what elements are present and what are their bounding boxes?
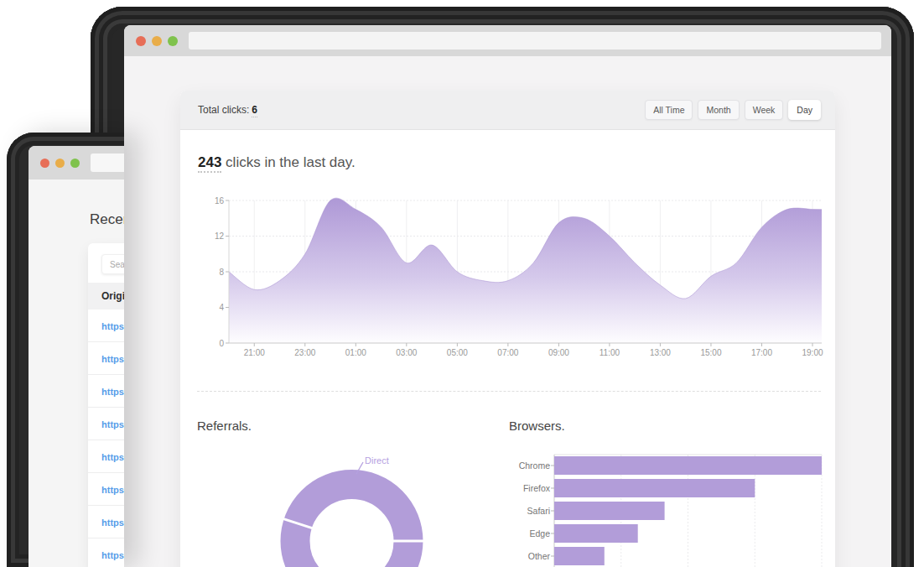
front-browser-chrome bbox=[124, 25, 891, 56]
referrals-donut-chart: Direct bbox=[274, 442, 433, 567]
analytics-card: Total clicks:6 All TimeMonthWeekDay 243 … bbox=[180, 91, 835, 567]
original-url-link[interactable]: https:// bbox=[101, 452, 124, 462]
svg-text:Chrome: Chrome bbox=[519, 460, 551, 471]
original-url-link[interactable]: https:// bbox=[101, 518, 124, 528]
table-row: https:// bbox=[88, 473, 124, 506]
svg-text:09:00: 09:00 bbox=[548, 348, 569, 357]
table-row: https:// bbox=[88, 342, 124, 375]
svg-text:21:00: 21:00 bbox=[244, 348, 265, 357]
traffic-light-minimize[interactable] bbox=[152, 36, 162, 46]
browsers-title: Browsers. bbox=[509, 419, 565, 433]
clicks-headline: 243 clicks in the last day. bbox=[198, 154, 356, 171]
svg-text:17:00: 17:00 bbox=[751, 348, 772, 357]
back-browser: Recent Original https://https://https://… bbox=[29, 146, 124, 567]
table-row: https:// bbox=[88, 440, 124, 473]
clicks-area-chart: 048121621:0023:0001:0003:0005:0007:0009:… bbox=[212, 194, 824, 362]
original-url-link[interactable]: https:// bbox=[101, 550, 124, 560]
traffic-lights bbox=[136, 36, 178, 46]
section-divider bbox=[197, 391, 821, 392]
svg-text:16: 16 bbox=[215, 196, 225, 205]
url-bar[interactable] bbox=[91, 153, 124, 172]
back-browser-frame: Recent Original https://https://https://… bbox=[7, 133, 124, 567]
range-buttons: All TimeMonthWeekDay bbox=[645, 100, 821, 120]
svg-text:15:00: 15:00 bbox=[700, 348, 721, 357]
svg-text:Direct: Direct bbox=[365, 455, 389, 466]
svg-text:11:00: 11:00 bbox=[600, 348, 620, 357]
traffic-lights bbox=[40, 159, 80, 168]
svg-text:8: 8 bbox=[219, 268, 224, 277]
traffic-light-zoom[interactable] bbox=[168, 36, 178, 46]
front-browser: Total clicks:6 All TimeMonthWeekDay 243 … bbox=[124, 25, 891, 567]
total-clicks-label: Total clicks: bbox=[198, 104, 249, 116]
svg-text:05:00: 05:00 bbox=[447, 348, 468, 357]
back-browser-window: Recent Original https://https://https://… bbox=[7, 133, 124, 567]
svg-text:12: 12 bbox=[215, 231, 225, 241]
links-table-rows: https://https://https://https://https://… bbox=[88, 310, 124, 567]
traffic-light-close[interactable] bbox=[136, 36, 146, 46]
svg-text:01:00: 01:00 bbox=[345, 348, 366, 357]
url-bar[interactable] bbox=[189, 32, 881, 49]
front-browser-window: Total clicks:6 All TimeMonthWeekDay 243 … bbox=[91, 7, 914, 567]
range-button-week[interactable]: Week bbox=[745, 100, 784, 120]
traffic-light-close[interactable] bbox=[40, 159, 49, 168]
analytics-page: Total clicks:6 All TimeMonthWeekDay 243 … bbox=[124, 56, 891, 567]
table-row: https:// bbox=[88, 506, 124, 538]
range-button-day[interactable]: Day bbox=[788, 100, 821, 120]
search-input[interactable] bbox=[101, 254, 124, 274]
original-url-link[interactable]: https:// bbox=[101, 387, 124, 397]
links-table-card: Original https://https://https://https:/… bbox=[88, 243, 124, 567]
table-row: https:// bbox=[88, 375, 124, 408]
svg-text:Safari: Safari bbox=[527, 506, 550, 516]
svg-text:03:00: 03:00 bbox=[396, 348, 417, 357]
range-button-month[interactable]: Month bbox=[698, 100, 739, 120]
analytics-card-body: 243 clicks in the last day. 048121621:00… bbox=[180, 130, 835, 567]
svg-text:13:00: 13:00 bbox=[650, 348, 671, 357]
svg-text:0: 0 bbox=[219, 339, 224, 348]
original-url-link[interactable]: https:// bbox=[101, 485, 124, 495]
desktop-canvas: Total clicks:6 All TimeMonthWeekDay 243 … bbox=[0, 0, 924, 567]
traffic-light-zoom[interactable] bbox=[70, 159, 80, 168]
svg-text:23:00: 23:00 bbox=[294, 348, 315, 357]
browsers-bar-chart: ChromeFirefoxSafariEdgeOther bbox=[503, 446, 835, 567]
table-header-original: Original bbox=[88, 283, 124, 310]
total-clicks-value: 6 bbox=[252, 104, 257, 117]
svg-text:19:00: 19:00 bbox=[802, 348, 823, 357]
range-button-all-time[interactable]: All Time bbox=[645, 100, 693, 120]
svg-text:Edge: Edge bbox=[529, 528, 550, 538]
total-clicks: Total clicks:6 bbox=[198, 104, 257, 116]
svg-text:Firefox: Firefox bbox=[523, 483, 551, 493]
clicks-headline-text: clicks in the last day. bbox=[221, 154, 355, 170]
svg-text:Other: Other bbox=[528, 551, 551, 561]
traffic-light-minimize[interactable] bbox=[55, 159, 65, 168]
recent-heading: Recent bbox=[90, 211, 124, 228]
clicks-count: 243 bbox=[198, 154, 221, 173]
table-row: https:// bbox=[88, 408, 124, 440]
back-browser-chrome bbox=[29, 146, 124, 179]
recent-links-page: Recent Original https://https://https://… bbox=[29, 179, 124, 567]
table-row: https:// bbox=[88, 310, 124, 342]
original-url-link[interactable]: https:// bbox=[101, 354, 124, 364]
table-row: https:// bbox=[88, 538, 124, 567]
referrals-title: Referrals. bbox=[197, 419, 252, 433]
original-url-link[interactable]: https:// bbox=[101, 321, 124, 331]
svg-text:07:00: 07:00 bbox=[497, 348, 518, 357]
analytics-card-header: Total clicks:6 All TimeMonthWeekDay bbox=[180, 91, 835, 130]
svg-text:4: 4 bbox=[219, 303, 224, 312]
original-url-link[interactable]: https:// bbox=[101, 419, 124, 429]
